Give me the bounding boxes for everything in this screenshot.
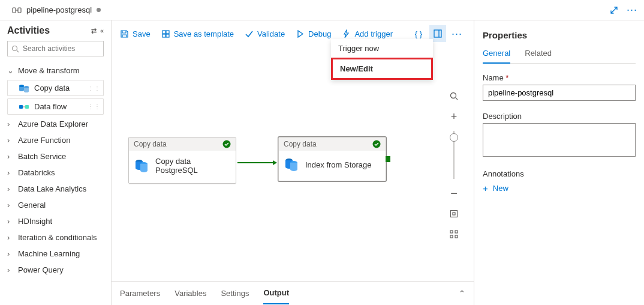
filter-icon[interactable]: ⇄ [91,27,97,35]
tab-title: pipeline-postgresql [26,5,92,14]
trigger-new-edit-item[interactable]: New/Edit [331,58,433,80]
zoom-slider[interactable] [453,131,455,179]
svg-rect-24 [453,213,455,215]
svg-rect-12 [166,34,169,37]
expand-panel-button[interactable]: ⌃ [459,289,465,298]
svg-point-3 [13,46,17,50]
fit-to-screen-button[interactable] [446,205,462,222]
svg-rect-25 [450,231,453,233]
name-input[interactable] [483,85,636,101]
chevron-right-icon: › [7,168,14,177]
canvas-search-button[interactable] [446,88,462,104]
svg-rect-11 [162,34,165,37]
save-as-template-button[interactable]: Save as template [161,29,234,38]
add-trigger-button[interactable]: Add trigger [342,29,393,38]
tab-settings[interactable]: Settings [221,283,249,304]
annotations-label: Annotations [483,169,636,178]
activity-name: Copy data PostgreSQL [155,157,231,175]
group-general[interactable]: ›General [7,197,104,213]
status-valid-icon [372,140,381,148]
svg-line-22 [456,98,458,100]
chevron-right-icon: › [7,136,14,145]
activity-node-copy-postgresql[interactable]: Copy data Copy data PostgreSQL [128,137,236,184]
chevron-right-icon: › [7,217,14,226]
drag-handle-icon[interactable]: ⋮⋮ [88,85,101,91]
svg-rect-27 [450,235,453,238]
activity-type: Copy data [134,140,167,148]
save-button[interactable]: Save [120,29,151,38]
tab-output[interactable]: Output [263,282,289,304]
pipeline-canvas[interactable]: Copy data Copy data PostgreSQL [112,47,474,281]
trigger-menu: Trigger now New/Edit [331,39,433,80]
pipeline-icon [12,5,22,15]
activity-name: Index from Storage [305,160,372,169]
group-move-transform[interactable]: ⌄ Move & transform [7,62,104,79]
tab-parameters[interactable]: Parameters [120,283,160,304]
group-azure-data-explorer[interactable]: ›Azure Data Explorer [7,116,104,132]
properties-tab-general[interactable]: General [483,49,510,64]
data-flow-icon [19,103,29,111]
search-activities[interactable] [7,41,104,56]
activity-copy-data[interactable]: Copy data ⋮⋮ [7,80,104,96]
zoom-in-button[interactable]: + [446,108,462,125]
status-valid-icon [222,140,231,148]
trigger-now-item[interactable]: Trigger now [331,39,433,58]
svg-rect-10 [166,31,169,34]
description-input[interactable] [483,123,636,157]
chevron-down-icon: ⌄ [7,66,14,75]
search-input[interactable] [23,44,112,53]
more-icon[interactable]: ··· [624,2,640,19]
svg-point-21 [451,93,456,98]
drag-handle-icon[interactable]: ⋮⋮ [88,103,101,110]
add-annotation-button[interactable]: + New [483,183,636,193]
expand-icon[interactable] [606,2,622,19]
description-label: Description [483,112,636,121]
chevron-right-icon: › [7,184,14,193]
copy-data-icon [284,157,299,172]
toolbar-more-button[interactable]: ··· [449,25,465,42]
svg-rect-26 [455,231,458,233]
group-data-lake-analytics[interactable]: ›Data Lake Analytics [7,181,104,197]
pipeline-tab[interactable]: pipeline-postgresql [4,0,109,20]
copy-data-icon [19,84,29,92]
bottom-panel: Parameters Variables Settings Output ⌃ [112,281,474,305]
svg-rect-28 [455,235,458,238]
zoom-thumb[interactable] [450,133,458,142]
group-databricks[interactable]: ›Databricks [7,165,104,181]
name-label: Name [483,73,636,82]
group-batch-service[interactable]: ›Batch Service [7,148,104,165]
debug-button[interactable]: Debug [296,29,331,38]
group-iteration-conditionals[interactable]: ›Iteration & conditionals [7,229,104,246]
svg-rect-23 [451,211,458,217]
svg-rect-1 [18,8,21,13]
svg-rect-7 [19,105,23,109]
copy-data-icon [134,158,149,174]
group-hdinsight[interactable]: ›HDInsight [7,213,104,229]
chevron-right-icon: › [7,119,14,128]
properties-panel: Properties General Related Name Descript… [474,20,644,305]
group-power-query[interactable]: ›Power Query [7,262,104,278]
activity-type: Copy data [284,140,317,148]
activity-node-index-storage[interactable]: Copy data Index from Storage [278,137,386,181]
output-handle[interactable] [386,156,390,162]
chevron-right-icon: › [7,152,14,161]
auto-align-button[interactable] [446,226,462,243]
collapse-sidebar-icon[interactable]: « [100,27,104,35]
tab-variables[interactable]: Variables [174,283,206,304]
svg-rect-9 [162,31,165,34]
properties-title: Properties [483,30,636,40]
zoom-out-button[interactable]: − [446,185,462,202]
chevron-right-icon: › [7,249,14,258]
group-azure-function[interactable]: ›Azure Function [7,132,104,148]
activity-data-flow[interactable]: Data flow ⋮⋮ [7,98,104,115]
unsaved-dot-icon [97,8,101,12]
canvas-controls: + − [445,88,463,243]
canvas-column: Save Save as template Validate Debug Add… [112,20,474,305]
success-connector[interactable] [237,162,276,163]
properties-tab-related[interactable]: Related [525,49,552,63]
group-machine-learning[interactable]: ›Machine Learning [7,246,104,262]
chevron-right-icon: › [7,265,14,274]
svg-rect-0 [13,8,16,13]
validate-button[interactable]: Validate [245,29,285,38]
chevron-right-icon: › [7,201,14,210]
